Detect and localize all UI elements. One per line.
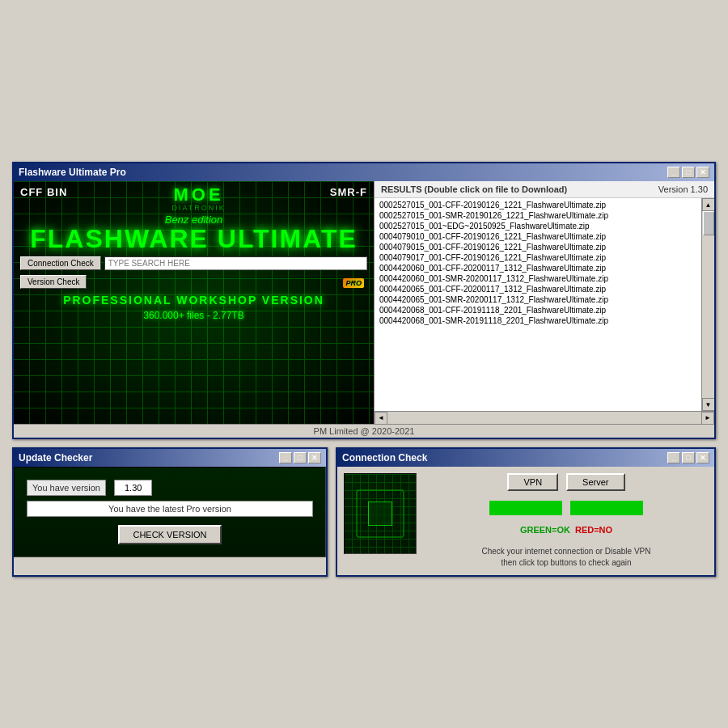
check-version-button[interactable]: CHECK VERSION: [118, 525, 221, 544]
scroll-up-button[interactable]: ▲: [702, 198, 715, 211]
status-text: PM Limited @ 2020-2021: [314, 426, 415, 436]
update-minimize-button[interactable]: _: [279, 452, 292, 463]
conn-controls: VPN Server GREEN=OK RED=NO Check your in…: [425, 473, 708, 569]
diatronik-text: DIATRONIK: [171, 204, 225, 212]
search-input[interactable]: [104, 256, 367, 270]
update-title-buttons: _ □ ✕: [279, 452, 321, 463]
green-ok-label: GREEN=OK: [520, 525, 570, 535]
update-checker-window: Update Checker _ □ ✕ You have version 1.…: [12, 447, 328, 577]
results-header: RESULTS (Double click on file to Downloa…: [375, 181, 714, 198]
connection-check-window: Connection Check _ □ ✕ VPN Server: [336, 447, 716, 577]
flashware-title: FLASHWARE ULTIMATE: [14, 226, 374, 252]
left-panel: CFF BIN MOE DIATRONIK SMR-F Benz edition…: [14, 181, 374, 424]
title-bar-buttons: _ □ ✕: [667, 167, 709, 178]
result-item[interactable]: 0004079015_001-CFF-20190126_1221_Flashwa…: [378, 242, 698, 252]
vpn-button[interactable]: VPN: [507, 473, 558, 491]
h-scroll-track: [387, 413, 701, 424]
result-item[interactable]: 0002527015_001-CFF-20190126_1221_Flashwa…: [378, 200, 698, 210]
conn-circuit-graphic: [344, 473, 417, 554]
main-content: CFF BIN MOE DIATRONIK SMR-F Benz edition…: [14, 181, 714, 424]
conn-title-buttons: _ □ ✕: [667, 452, 709, 463]
right-panel: RESULTS (Double click on file to Downloa…: [374, 181, 714, 424]
update-window-title: Update Checker: [19, 452, 92, 463]
buttons-row-1: Connection Check: [14, 253, 374, 273]
main-title-bar: Flashware Ultimate Pro _ □ ✕: [14, 163, 714, 181]
main-window-title: Flashware Ultimate Pro: [19, 167, 126, 178]
buttons-row-2: Version Check: [14, 273, 374, 290]
version-check-button[interactable]: Version Check: [20, 275, 87, 289]
result-item[interactable]: 0004420065_001-CFF-20200117_1312_Flashwa…: [378, 284, 698, 294]
conn-window-title: Connection Check: [342, 452, 427, 463]
scroll-down-button[interactable]: ▼: [702, 398, 715, 411]
cff-bin-label: CFF BIN: [20, 186, 67, 198]
result-item[interactable]: 0002527015_001~EDG~20150925_FlashwareUlt…: [378, 221, 698, 231]
conn-message: Check your internet connection or Disabl…: [425, 546, 708, 569]
conn-status-row: [425, 501, 708, 515]
latest-version-text: You have the latest Pro version: [27, 501, 313, 517]
result-item[interactable]: 0004420065_001-SMR-20200117_1312_Flashwa…: [378, 294, 698, 305]
update-maximize-button[interactable]: □: [294, 452, 307, 463]
results-scrollbar: ▲ ▼: [701, 198, 714, 411]
update-content: You have version 1.30 You have the lates…: [14, 467, 326, 557]
scroll-thumb[interactable]: [703, 211, 714, 235]
main-window: Flashware Ultimate Pro _ □ ✕ CFF BIN MOE…: [12, 162, 716, 439]
conn-close-button[interactable]: ✕: [696, 452, 709, 463]
result-item[interactable]: 0002527015_001-SMR-20190126_1221_Flashwa…: [378, 210, 698, 221]
close-button[interactable]: ✕: [696, 167, 709, 178]
scroll-track: [703, 211, 714, 398]
server-status-indicator: [570, 501, 643, 515]
professional-text: PROFESSIONAL WORKSHOP VERSION: [14, 290, 374, 310]
header-row: CFF BIN MOE DIATRONIK SMR-F: [14, 181, 374, 212]
file-count-label: 360.000+ files - 2.77TB: [14, 310, 374, 321]
version-row: You have version 1.30: [27, 480, 313, 496]
conn-content: VPN Server GREEN=OK RED=NO Check your in…: [337, 467, 714, 575]
result-item[interactable]: 0004079010_001-CFF-20190126_1221_Flashwa…: [378, 231, 698, 242]
scroll-left-button[interactable]: ◄: [375, 412, 387, 425]
bottom-row: Update Checker _ □ ✕ You have version 1.…: [12, 447, 716, 577]
results-title: RESULTS (Double click on file to Downloa…: [381, 184, 567, 194]
result-item[interactable]: 0004420060_001-SMR-20200117_1312_Flashwa…: [378, 273, 698, 284]
result-item[interactable]: 0004420060_001-CFF-20200117_1312_Flashwa…: [378, 263, 698, 273]
connection-check-button[interactable]: Connection Check: [20, 256, 101, 270]
version-label: Version 1.30: [658, 184, 708, 194]
version-number-display: 1.30: [114, 480, 152, 496]
vpn-status-indicator: [489, 501, 562, 515]
results-list[interactable]: 0002527015_001-CFF-20190126_1221_Flashwa…: [375, 198, 701, 411]
moe-text: MOE: [171, 186, 225, 204]
moe-logo: MOE DIATRONIK: [171, 186, 225, 212]
server-button[interactable]: Server: [566, 473, 624, 491]
conn-minimize-button[interactable]: _: [667, 452, 680, 463]
you-have-version-label: You have version: [27, 480, 106, 496]
legend-row: GREEN=OK RED=NO: [425, 525, 708, 535]
status-bar: PM Limited @ 2020-2021: [14, 424, 714, 438]
scroll-right-button[interactable]: ►: [701, 412, 714, 425]
conn-maximize-button[interactable]: □: [682, 452, 695, 463]
result-item[interactable]: 0004420068_001-SMR-20191118_2201_Flashwa…: [378, 315, 698, 326]
result-item[interactable]: 0004079017_001-CFF-20190126_1221_Flashwa…: [378, 252, 698, 263]
minimize-button[interactable]: _: [667, 167, 680, 178]
smrf-label: SMR-F: [330, 186, 367, 198]
conn-buttons-row: VPN Server: [425, 473, 708, 491]
result-item[interactable]: 0004420068_001-CFF-20191118_2201_Flashwa…: [378, 305, 698, 315]
red-no-label: RED=NO: [575, 525, 612, 535]
update-close-button[interactable]: ✕: [308, 452, 321, 463]
results-area: 0002527015_001-CFF-20190126_1221_Flashwa…: [375, 198, 714, 411]
horizontal-scrollbar: ◄ ►: [375, 411, 714, 424]
conn-title-bar: Connection Check _ □ ✕: [337, 449, 714, 467]
maximize-button[interactable]: □: [682, 167, 695, 178]
update-title-bar: Update Checker _ □ ✕: [14, 449, 326, 467]
